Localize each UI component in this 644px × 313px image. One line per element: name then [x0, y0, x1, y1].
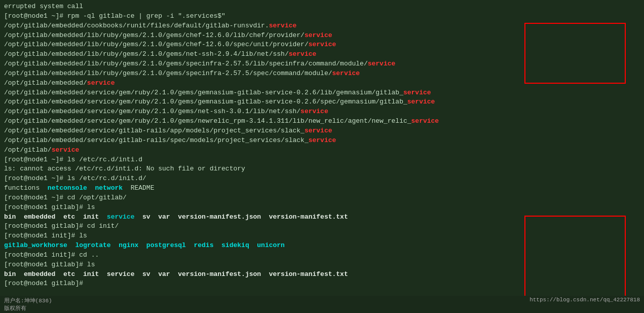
- terminal-line: /opt/gitlab/embedded/lib/ruby/gems/2.1.0…: [4, 31, 640, 41]
- terminal-line: /opt/gitlab/embedded/service/gem/ruby/2.…: [4, 117, 640, 126]
- terminal-line: /opt/gitlab/embedded/lib/ruby/gems/2.1.0…: [4, 59, 640, 69]
- terminal-line: [root@node1 ~]# rpm -ql gitlab-ce | grep…: [4, 12, 640, 21]
- terminal-line: [root@node1 gitlab]# ls: [4, 203, 640, 213]
- terminal-line: [root@node1 gitlab]# ls: [4, 260, 640, 270]
- terminal-line: [root@node1 init]# ls: [4, 231, 640, 241]
- terminal-line: /opt/gitlab/embedded/cookbooks/runit/fil…: [4, 21, 640, 31]
- terminal-content: errupted system call[root@node1 ~]# rpm …: [4, 2, 640, 289]
- terminal-line: bin embedded etc init service sv var ver…: [4, 213, 640, 222]
- footer-left: 用户名:坤坤(836)版权所有: [4, 297, 52, 312]
- footer-bar: 用户名:坤坤(836)版权所有 https://blog.csdn.net/qq…: [0, 296, 644, 313]
- terminal-line: bin embedded etc init service sv var ver…: [4, 270, 640, 280]
- terminal-line: ls: cannot access /etc/rc.d/inti.d: No s…: [4, 164, 640, 174]
- terminal-line: [root@node1 gitlab]#: [4, 279, 640, 289]
- terminal-line: /opt/gitlab/embedded/service/gem/ruby/2.…: [4, 88, 640, 98]
- terminal-line: [root@node1 ~]# ls /etc/rc.d/inti.d: [4, 155, 640, 165]
- terminal-line: /opt/gitlab/embedded/service/gem/ruby/2.…: [4, 107, 640, 117]
- terminal-line: [root@node1 gitlab]# cd init/: [4, 222, 640, 231]
- terminal-line: /opt/gitlab/embedded/service/gem/ruby/2.…: [4, 97, 640, 107]
- terminal-line: [root@node1 ~]# cd /opt/gitlab/: [4, 193, 640, 203]
- terminal-line: [root@node1 ~]# ls /etc/rc.d/init.d/: [4, 174, 640, 184]
- terminal-line: errupted system call: [4, 2, 640, 12]
- terminal-line: /opt/gitlab/embedded/lib/ruby/gems/2.1.0…: [4, 69, 640, 79]
- terminal-window: errupted system call[root@node1 ~]# rpm …: [0, 0, 644, 313]
- terminal-line: [root@node1 init]# cd ..: [4, 251, 640, 260]
- terminal-line: /opt/gitlab/service: [4, 146, 640, 155]
- terminal-line: /opt/gitlab/embedded/lib/ruby/gems/2.1.0…: [4, 40, 640, 50]
- terminal-line: gitlab_workhorse logrotate nginx postgre…: [4, 241, 640, 251]
- terminal-line: functions netconsole network README: [4, 184, 640, 193]
- terminal-line: /opt/gitlab/embedded/service: [4, 79, 640, 88]
- terminal-line: /opt/gitlab/embedded/lib/ruby/gems/2.1.0…: [4, 50, 640, 59]
- terminal-line: /opt/gitlab/embedded/service/gitlab-rail…: [4, 126, 640, 136]
- terminal-line: /opt/gitlab/embedded/service/gitlab-rail…: [4, 136, 640, 146]
- footer-url: https://blog.csdn.net/qq_42227818: [529, 297, 640, 312]
